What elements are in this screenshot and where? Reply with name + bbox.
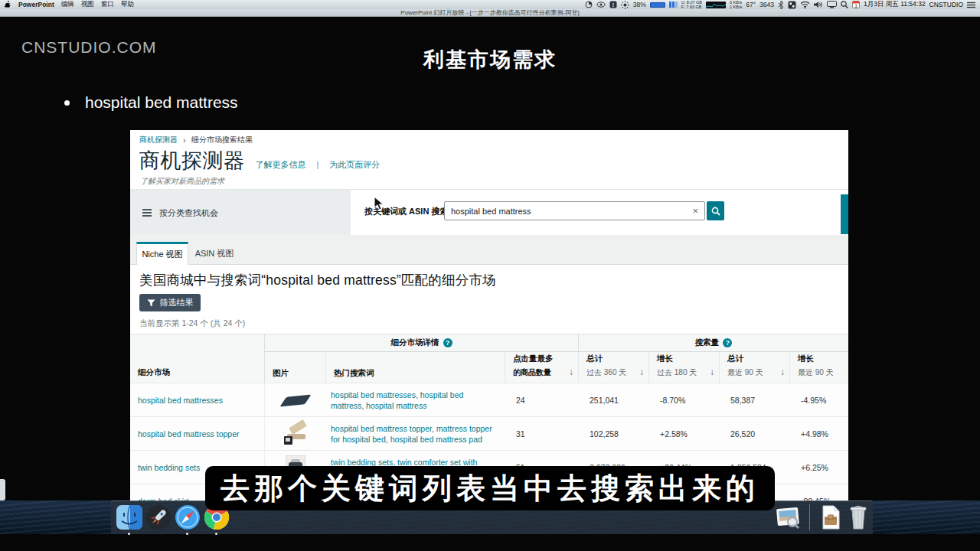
account-name[interactable]: CNSTUDIO [929,1,963,8]
brightness-icon[interactable] [621,1,629,9]
running-indicator [215,533,217,535]
col-niche: 细分市场 [130,334,265,383]
menu-bar: PowerPoint 编辑 视图 窗口 帮助 ! 38% U: 8.07 GBF… [0,0,980,9]
preview-icon[interactable] [774,504,802,531]
svg-text:3: 3 [854,4,857,8]
search-box[interactable]: × [444,201,705,220]
dock-divider [809,504,810,530]
funnel-icon [147,299,155,307]
breadcrumb-root-link[interactable]: 商机探测器 [139,135,178,145]
svg-text:!: ! [612,2,614,8]
volume-icon[interactable] [814,1,823,8]
table-row[interactable]: hospital bed mattress topper hospital be… [130,416,848,450]
col-growth-90: 增长 最近 90 天 [790,352,848,383]
col-image: 图片 [265,352,326,383]
pie-menu-icon[interactable] [585,1,593,8]
wifi-icon[interactable] [800,1,810,8]
cpu-percent: 38% [633,1,646,8]
eye-icon[interactable] [596,1,606,8]
link-divider: | [317,160,319,169]
page-title: 商机探测器 [139,147,245,174]
documents-icon[interactable] [817,504,844,531]
sort-down-icon[interactable]: ↓ [780,367,785,378]
trash-icon[interactable] [844,504,872,531]
spotlight-search-icon[interactable] [841,1,848,8]
window-title: PowerPoint 幻灯片放映 - [一步一步教你选品可行性分析案例-阿甘] [400,8,579,17]
menu-item-app[interactable]: PowerPoint [18,1,54,8]
safari-icon[interactable] [174,504,201,531]
bullet-line: hospital bed mattress [64,93,238,112]
total-360: 251,041 [579,396,649,405]
col-top-clicked: 点击量最多 的商品数量 ↓ [505,352,579,383]
desktop: PowerPoint 编辑 视图 窗口 帮助 ! 38% U: 8.07 GBF… [0,0,980,551]
product-image [265,422,326,446]
launchpad-icon[interactable] [145,504,172,531]
top-clicked-count: 24 [505,396,579,405]
menu-list-icon[interactable] [967,2,975,8]
table-row[interactable]: hospital bed mattresses hospital bed mat… [130,383,848,416]
group-niche-details: 细分市场详情 ? [265,334,579,352]
top-keywords[interactable]: hospital bed mattresses, hospital bed ma… [326,390,505,411]
total-360: 102,258 [579,429,649,439]
fan-rpm: 3643 [760,1,774,8]
growth-90: +4.98% [790,429,848,439]
breadcrumb-current: 细分市场搜索结果 [191,135,253,145]
col-growth-180: 增长 过去 180 天 ↓ [649,352,720,383]
search-button[interactable] [707,201,724,220]
feedback-side-tab[interactable] [841,194,848,234]
window-title-bar[interactable]: PowerPoint 幻灯片放映 - [一步一步教你选品可行性分析案例-阿甘] [0,9,980,17]
finder-icon[interactable] [116,504,143,531]
tab-asin-view[interactable]: ASIN 视图 [188,242,240,265]
col-total-90: 总计 最近 90 天 ↓ [720,352,790,383]
warning-icon[interactable]: ! [609,1,617,8]
presenter-toolbar-sliver[interactable] [0,479,5,500]
niche-link[interactable]: hospital bed mattress topper [130,417,265,451]
view-tabs: Niche 视图 ASIN 视图 [130,235,848,265]
product-image [265,396,326,406]
chevron-right-icon: › [183,135,186,145]
top-clicked-count: 31 [505,429,579,439]
search-input[interactable] [445,207,686,216]
menu-item-edit[interactable]: 编辑 [61,0,74,9]
input-source-icon[interactable] [788,1,796,9]
memory-meter-icon [669,2,678,8]
menu-clock[interactable]: 1月3日 周五 11:54:32 [864,0,926,9]
help-icon[interactable]: ? [443,338,452,347]
sort-down-icon[interactable]: ↓ [639,367,644,378]
bluetooth-icon[interactable] [778,1,784,9]
col-total-360: 总计 过去 360 天 ↓ [579,352,649,383]
menu-item-help[interactable]: 帮助 [121,0,134,9]
filter-results-button[interactable]: 筛选结果 [139,294,201,311]
opportunity-explorer-panel: 商机探测器 › 细分市场搜索结果 商机探测器 了解更多信息 | 为此页面评分 了… [130,130,848,505]
browse-label: 按分类查找机会 [159,207,218,219]
mouse-cursor [374,196,384,211]
hamburger-icon [142,209,152,217]
breadcrumb: 商机探测器 › 细分市场搜索结果 [139,135,253,145]
apple-menu-icon[interactable] [5,1,11,8]
sort-down-icon[interactable]: ↓ [710,367,714,378]
clear-search-icon[interactable]: × [686,206,704,216]
browse-by-category[interactable]: 按分类查找机会 [130,190,351,236]
search-band: 按分类查找机会 按关键词或 ASIN 搜索 × [130,189,848,235]
table-header: 细分市场 细分市场详情 ? 搜索量 ? 图片 热门搜索词 点击量最多 [130,334,848,383]
search-icon [711,207,720,216]
top-keywords[interactable]: hospital bed mattress topper, mattress t… [326,423,505,445]
learn-more-link[interactable]: 了解更多信息 [256,159,306,171]
total-90: 58,387 [720,396,790,405]
calendar-icon[interactable]: 3 [852,1,860,8]
running-indicator [128,533,130,535]
cpu-meter-icon [650,2,665,8]
niche-link[interactable]: hospital bed mattresses [130,383,265,417]
display-mirroring-icon[interactable] [827,1,837,8]
results-count: 当前显示第 1-24 个 (共 24 个) [139,318,245,329]
page-subtitle: 了解买家对新商品的需求 [140,176,224,187]
help-icon[interactable]: ? [723,338,732,347]
sort-down-icon[interactable]: ↓ [569,367,573,378]
growth-90: +6.25% [790,463,848,472]
menu-item-view[interactable]: 视图 [81,0,94,9]
network-graph-icon [706,2,726,8]
menu-item-window[interactable]: 窗口 [101,0,114,9]
subtitle-caption: 去那个关键词列表当中去搜索出来的 [205,466,775,510]
rate-page-link[interactable]: 为此页面评分 [329,159,380,171]
tab-niche-view[interactable]: Niche 视图 [136,242,188,265]
